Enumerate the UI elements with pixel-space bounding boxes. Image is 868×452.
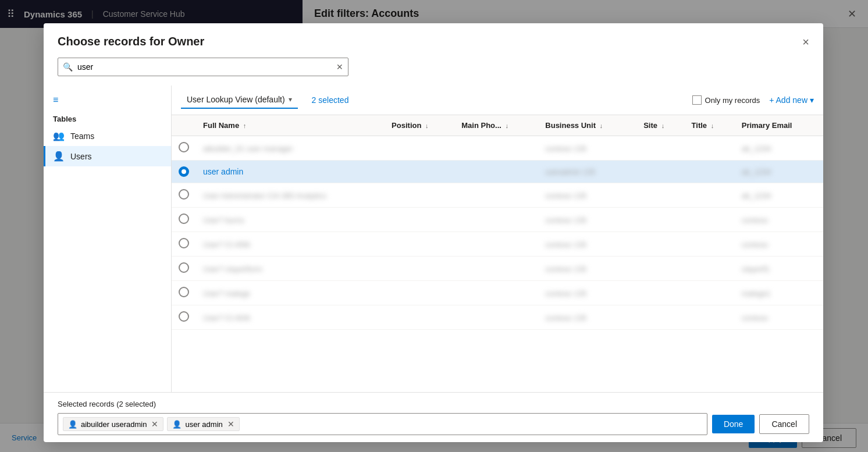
row-radio-1[interactable]	[179, 166, 189, 177]
col-position[interactable]: Position ↓	[385, 115, 454, 136]
fullname-sort-icon[interactable]: ↑	[243, 122, 247, 129]
modal-toolbar: User Lookup View (default) ▾ 2 selected …	[172, 86, 823, 115]
table-row[interactable]: User? CI-404tcontoso 135contoso	[172, 305, 823, 330]
cell-phone	[454, 281, 538, 305]
cell-position	[385, 232, 454, 257]
modal-table: Full Name ↑ Position ↓ Main Pho... ↓	[172, 115, 823, 392]
cell-name: User? CI-456t	[196, 232, 385, 257]
hamburger-icon: ≡	[53, 95, 58, 105]
position-sort-icon[interactable]: ↓	[425, 122, 429, 129]
chip-remove-1[interactable]: ✕	[151, 419, 158, 429]
cell-phone	[454, 232, 538, 257]
table-row[interactable]: User Administrator CIA 365 Analyticscont…	[172, 183, 823, 208]
chip-label-1: aibuilder useradmin	[81, 420, 147, 429]
chip-user-icon-2: 👤	[172, 420, 182, 429]
cell-bu: contoso 135	[538, 305, 636, 330]
cell-name: User? burns	[196, 208, 385, 232]
only-my-records-label: Only my records	[705, 96, 760, 105]
sidebar-item-users[interactable]: 👤 Users	[44, 146, 171, 166]
cell-name-text: User? clayerlform	[203, 265, 262, 273]
cell-title	[685, 281, 735, 305]
only-my-records-checkbox[interactable]	[692, 95, 702, 105]
selected-badge[interactable]: 2 selected	[307, 92, 354, 108]
table-row[interactable]: User? clayerlformcontoso 135clayerlf1	[172, 257, 823, 281]
cell-site	[636, 136, 684, 161]
cell-title	[685, 305, 735, 330]
cell-site	[636, 257, 684, 281]
search-clear-icon[interactable]: ✕	[336, 62, 343, 72]
cell-name-text: User? malege	[203, 289, 250, 298]
records-table: Full Name ↑ Position ↓ Main Pho... ↓	[172, 115, 823, 330]
selected-chips-container: 👤 aibuilder useradmin ✕ 👤 user admin ✕	[58, 413, 707, 435]
table-row[interactable]: User? burnscontoso 135contoso	[172, 208, 823, 232]
cell-phone	[454, 136, 538, 161]
col-phone[interactable]: Main Pho... ↓	[454, 115, 538, 136]
col-email[interactable]: Primary Email	[735, 115, 823, 136]
cell-phone	[454, 208, 538, 232]
chip-remove-2[interactable]: ✕	[227, 419, 234, 429]
modal-close-icon[interactable]: ×	[802, 36, 809, 48]
table-row[interactable]: user adminuseradmin 135ab_1234	[172, 161, 823, 183]
row-radio-6[interactable]	[179, 287, 189, 297]
cell-name: User? CI-404t	[196, 305, 385, 330]
cell-site	[636, 232, 684, 257]
cell-title	[685, 232, 735, 257]
cell-bu: contoso 135	[538, 257, 636, 281]
done-button[interactable]: Done	[712, 415, 755, 433]
view-selector[interactable]: User Lookup View (default) ▾	[181, 91, 298, 109]
modal-sidebar-header: ≡	[44, 92, 171, 110]
row-radio-2[interactable]	[179, 189, 189, 200]
chip-user-icon-1: 👤	[68, 420, 77, 429]
cell-name-text: User Administrator CIA 365 Analytics	[203, 191, 326, 200]
cell-bu: contoso 135	[538, 208, 636, 232]
user-link[interactable]: user admin	[203, 167, 243, 176]
row-radio-0[interactable]	[179, 142, 189, 152]
cell-title	[685, 208, 735, 232]
row-radio-4[interactable]	[179, 238, 189, 248]
cell-bu: contoso 135	[538, 136, 636, 161]
col-title[interactable]: Title ↓	[685, 115, 735, 136]
cell-position	[385, 136, 454, 161]
cell-email: ab_1234	[735, 136, 823, 161]
phone-sort-icon[interactable]: ↓	[506, 122, 509, 129]
search-icon: 🔍	[63, 62, 73, 72]
view-selector-label: User Lookup View (default)	[187, 95, 285, 104]
col-bu[interactable]: Business Unit ↓	[538, 115, 636, 136]
search-input[interactable]	[77, 58, 336, 76]
cell-name-text: User? burns	[203, 216, 244, 225]
footer-row: 👤 aibuilder useradmin ✕ 👤 user admin ✕ D…	[58, 413, 809, 435]
cell-position	[385, 305, 454, 330]
col-site[interactable]: Site ↓	[636, 115, 684, 136]
cell-site	[636, 161, 684, 183]
cell-email: ab_1234	[735, 161, 823, 183]
chip-useradmin: 👤 user admin ✕	[167, 417, 239, 431]
bu-sort-icon[interactable]: ↓	[600, 122, 603, 129]
cell-name-text: User? CI-456t	[203, 240, 250, 249]
cell-email: contoso	[735, 232, 823, 257]
cell-email: malege1	[735, 281, 823, 305]
title-sort-icon[interactable]: ↓	[711, 122, 714, 129]
col-fullname[interactable]: Full Name ↑	[196, 115, 385, 136]
cell-phone	[454, 305, 538, 330]
row-radio-5[interactable]	[179, 262, 189, 273]
table-row[interactable]: User? CI-456tcontoso 135contoso	[172, 232, 823, 257]
cell-title	[685, 183, 735, 208]
add-new-button[interactable]: + Add new ▾	[769, 95, 814, 105]
site-sort-icon[interactable]: ↓	[661, 122, 665, 129]
cell-name: User? clayerlform	[196, 257, 385, 281]
add-new-label: + Add new	[769, 95, 807, 105]
cancel-modal-button[interactable]: Cancel	[759, 414, 809, 434]
toolbar-right: Only my records + Add new ▾	[692, 95, 814, 105]
table-row[interactable]: aibuilder_01 user managercontoso 135ab_1…	[172, 136, 823, 161]
row-radio-3[interactable]	[179, 213, 189, 224]
cell-phone	[454, 161, 538, 183]
cell-name: user admin	[196, 161, 385, 183]
cell-title	[685, 257, 735, 281]
add-new-chevron-icon: ▾	[810, 95, 814, 105]
row-radio-7[interactable]	[179, 311, 189, 322]
cell-email: clayerlf1	[735, 257, 823, 281]
teams-label: Teams	[70, 131, 94, 141]
teams-icon: 👥	[53, 130, 65, 141]
table-row[interactable]: User? malegecontoso 135malege1	[172, 281, 823, 305]
sidebar-item-teams[interactable]: 👥 Teams	[44, 126, 171, 146]
